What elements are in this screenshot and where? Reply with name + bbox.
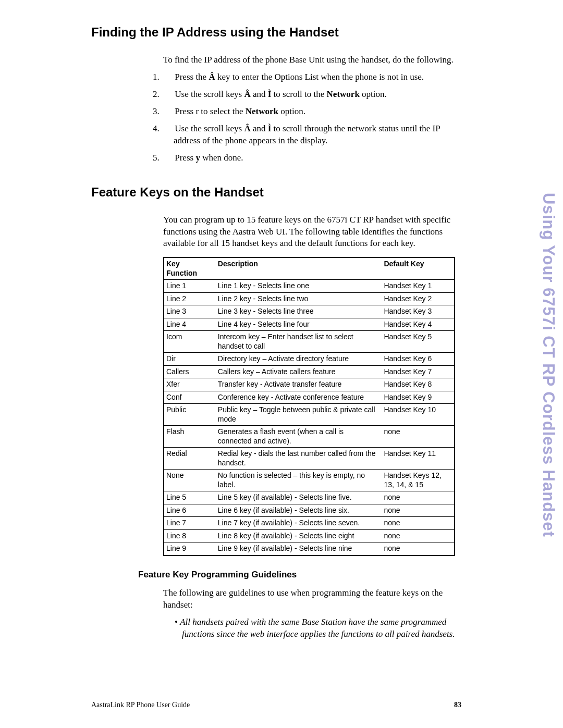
subsection-heading-guidelines: Feature Key Programming Guidelines (138, 570, 455, 580)
cell-key-function: Line 1 (164, 280, 216, 293)
cell-default-key: none (382, 542, 455, 556)
cell-default-key: none (382, 529, 455, 542)
cell-key-function: Line 8 (164, 529, 216, 542)
cell-default-key: Handset Key 3 (382, 305, 455, 318)
cell-key-function: Line 2 (164, 292, 216, 305)
cell-key-function: Line 4 (164, 318, 216, 331)
cell-description: Callers key – Activate callers feature (216, 365, 382, 378)
cell-key-function: Dir (164, 353, 216, 366)
section-heading-ip: Finding the IP Address using the Handset (91, 25, 455, 40)
cell-key-function: Public (164, 404, 216, 426)
table-row: ConfConference key - Activate conference… (164, 391, 455, 404)
step-item: 2. Use the scroll keys Â and Ì to scroll… (163, 89, 455, 101)
table-row: Line 9Line 9 key (if available) - Select… (164, 542, 455, 556)
cell-key-function: Redial (164, 448, 216, 470)
cell-description: Line 8 key (if available) - Selects line… (216, 529, 382, 542)
section2-intro: You can program up to 15 feature keys on… (163, 214, 455, 250)
table-row: Line 3Line 3 key - Selects line threeHan… (164, 305, 455, 318)
cell-default-key: Handset Key 1 (382, 280, 455, 293)
cell-default-key: Handset Key 10 (382, 404, 455, 426)
cell-description: Directory key – Activate directory featu… (216, 353, 382, 366)
cell-key-function: Xfer (164, 378, 216, 391)
cell-description: Intercom key – Enter handset list to sel… (216, 331, 382, 353)
table-row: IcomIntercom key – Enter handset list to… (164, 331, 455, 353)
side-tab-title: Using Your 6757i CT RP Cordless Handset (540, 193, 557, 537)
cell-description: Line 6 key (if available) - Selects line… (216, 504, 382, 517)
cell-description: No function is selected – this key is em… (216, 470, 382, 491)
table-row: RedialRedial key - dials the last number… (164, 448, 455, 470)
table-row: Line 2Line 2 key - Selects line twoHands… (164, 292, 455, 305)
page-content: Finding the IP Address using the Handset… (91, 25, 455, 640)
section-heading-feature-keys: Feature Keys on the Handset (91, 185, 455, 200)
cell-description: Transfer key - Activate transfer feature (216, 378, 382, 391)
guidelines-bullets: All handsets paired with the same Base S… (175, 616, 455, 640)
footer-page-number: 83 (454, 701, 461, 709)
feature-keys-table: KeyFunction Description Default Key Line… (163, 257, 455, 556)
cell-key-function: None (164, 470, 216, 491)
cell-default-key: Handset Key 6 (382, 353, 455, 366)
cell-default-key: Handset Key 5 (382, 331, 455, 353)
th-default-key: Default Key (382, 257, 455, 280)
page-footer: AastraLink RP Phone User Guide 83 (91, 701, 461, 709)
table-row: Line 1Line 1 key - Selects line oneHands… (164, 280, 455, 293)
cell-description: Line 4 key - Selects line four (216, 318, 382, 331)
step-item: 1. Press the Â key to enter the Options … (163, 71, 455, 83)
table-row: NoneNo function is selected – this key i… (164, 470, 455, 491)
cell-key-function: Icom (164, 331, 216, 353)
footer-guide-title: AastraLink RP Phone User Guide (91, 701, 190, 709)
cell-description: Line 5 key (if available) - Selects line… (216, 491, 382, 504)
table-row: Line 4Line 4 key - Selects line fourHand… (164, 318, 455, 331)
cell-description: Redial key - dials the last number calle… (216, 448, 382, 470)
cell-default-key: none (382, 517, 455, 530)
table-row: DirDirectory key – Activate directory fe… (164, 353, 455, 366)
table-row: Line 8Line 8 key (if available) - Select… (164, 529, 455, 542)
cell-default-key: Handset Key 9 (382, 391, 455, 404)
cell-default-key: Handset Key 11 (382, 448, 455, 470)
cell-key-function: Line 7 (164, 517, 216, 530)
cell-description: Line 9 key (if available) - Selects line… (216, 542, 382, 556)
cell-default-key: Handset Keys 12, 13, 14, & 15 (382, 470, 455, 491)
cell-description: Conference key - Activate conference fea… (216, 391, 382, 404)
table-row: Line 7Line 7 key (if available) - Select… (164, 517, 455, 530)
table-row: CallersCallers key – Activate callers fe… (164, 365, 455, 378)
cell-description: Line 7 key (if available) - Selects line… (216, 517, 382, 530)
table-row: Line 6Line 6 key (if available) - Select… (164, 504, 455, 517)
cell-description: Line 2 key - Selects line two (216, 292, 382, 305)
cell-default-key: none (382, 426, 455, 448)
cell-default-key: Handset Key 4 (382, 318, 455, 331)
table-row: XferTransfer key - Activate transfer fea… (164, 378, 455, 391)
cell-default-key: none (382, 504, 455, 517)
table-row: PublicPublic key – Toggle between public… (164, 404, 455, 426)
guidelines-intro: The following are guidelines to use when… (163, 587, 455, 611)
th-key-function: KeyFunction (164, 257, 216, 280)
cell-default-key: Handset Key 8 (382, 378, 455, 391)
bullet-item: All handsets paired with the same Base S… (175, 616, 455, 640)
table-row: FlashGenerates a flash event (when a cal… (164, 426, 455, 448)
table-header-row: KeyFunction Description Default Key (164, 257, 455, 280)
step-item: 3. Press r to select the Network option. (163, 106, 455, 118)
cell-key-function: Line 5 (164, 491, 216, 504)
cell-description: Line 3 key - Selects line three (216, 305, 382, 318)
section1-intro: To find the IP address of the phone Base… (163, 54, 455, 66)
cell-key-function: Line 6 (164, 504, 216, 517)
cell-default-key: Handset Key 7 (382, 365, 455, 378)
steps-list: 1. Press the Â key to enter the Options … (163, 71, 455, 164)
th-description: Description (216, 257, 382, 280)
step-item: 4. Use the scroll keys Â and Ì to scroll… (163, 123, 455, 147)
cell-key-function: Callers (164, 365, 216, 378)
cell-key-function: Conf (164, 391, 216, 404)
cell-key-function: Flash (164, 426, 216, 448)
table-row: Line 5Line 5 key (if available) - Select… (164, 491, 455, 504)
cell-key-function: Line 3 (164, 305, 216, 318)
cell-description: Line 1 key - Selects line one (216, 280, 382, 293)
cell-description: Generates a flash event (when a call is … (216, 426, 382, 448)
cell-default-key: none (382, 491, 455, 504)
cell-default-key: Handset Key 2 (382, 292, 455, 305)
cell-key-function: Line 9 (164, 542, 216, 556)
cell-description: Public key – Toggle between public & pri… (216, 404, 382, 426)
step-item: 5. Press y when done. (163, 152, 455, 164)
